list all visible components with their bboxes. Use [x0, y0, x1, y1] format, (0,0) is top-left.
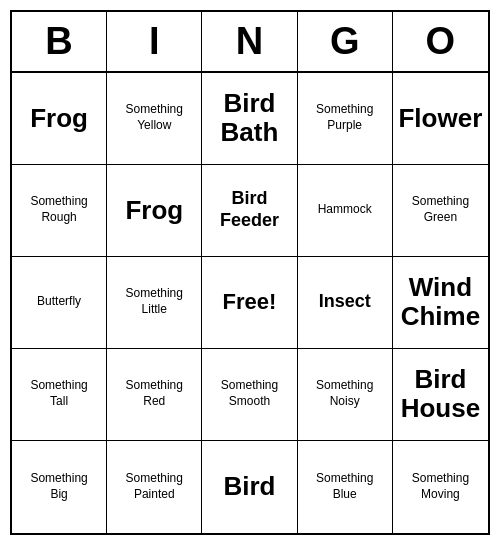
bingo-cell[interactable]: Frog [107, 165, 202, 257]
bingo-cell[interactable]: BirdFeeder [202, 165, 297, 257]
bingo-cell[interactable]: Insect [298, 257, 393, 349]
bingo-header: BINGO [12, 12, 488, 73]
bingo-cell[interactable]: SomethingYellow [107, 73, 202, 165]
bingo-cell[interactable]: SomethingTall [12, 349, 107, 441]
bingo-cell[interactable]: Frog [12, 73, 107, 165]
bingo-cell[interactable]: SomethingPurple [298, 73, 393, 165]
bingo-cell[interactable]: SomethingSmooth [202, 349, 297, 441]
bingo-cell[interactable]: BirdHouse [393, 349, 488, 441]
bingo-cell[interactable]: SomethingLittle [107, 257, 202, 349]
bingo-cell[interactable]: SomethingRed [107, 349, 202, 441]
bingo-cell[interactable]: WindChime [393, 257, 488, 349]
bingo-letter: I [107, 12, 202, 71]
bingo-cell[interactable]: BirdBath [202, 73, 297, 165]
bingo-cell[interactable]: SomethingGreen [393, 165, 488, 257]
bingo-cell[interactable]: SomethingRough [12, 165, 107, 257]
bingo-cell[interactable]: Hammock [298, 165, 393, 257]
bingo-cell[interactable]: SomethingNoisy [298, 349, 393, 441]
bingo-cell[interactable]: Bird [202, 441, 297, 533]
bingo-cell[interactable]: SomethingPainted [107, 441, 202, 533]
bingo-cell[interactable]: SomethingMoving [393, 441, 488, 533]
bingo-cell[interactable]: SomethingBlue [298, 441, 393, 533]
bingo-letter: N [202, 12, 297, 71]
bingo-letter: B [12, 12, 107, 71]
bingo-grid: FrogSomethingYellowBirdBathSomethingPurp… [12, 73, 488, 533]
bingo-cell[interactable]: Butterfly [12, 257, 107, 349]
bingo-letter: G [298, 12, 393, 71]
bingo-card: BINGO FrogSomethingYellowBirdBathSomethi… [10, 10, 490, 535]
bingo-cell[interactable]: Flower [393, 73, 488, 165]
bingo-cell[interactable]: Free! [202, 257, 297, 349]
bingo-letter: O [393, 12, 488, 71]
bingo-cell[interactable]: SomethingBig [12, 441, 107, 533]
